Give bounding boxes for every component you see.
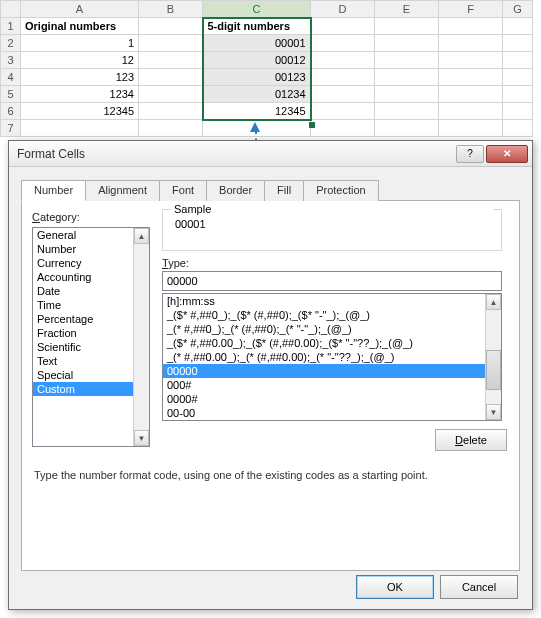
table-row[interactable]: 7 bbox=[1, 120, 533, 137]
tab-font[interactable]: Font bbox=[159, 180, 207, 201]
cell[interactable]: Original numbers bbox=[21, 18, 139, 35]
ok-button[interactable]: OK bbox=[356, 575, 434, 599]
help-icon: ? bbox=[467, 148, 473, 159]
sample-label: Sample bbox=[171, 203, 493, 215]
table-row[interactable]: 3 12 00012 bbox=[1, 52, 533, 69]
table-row[interactable]: 2 1 00001 bbox=[1, 35, 533, 52]
col-header-c[interactable]: C bbox=[203, 1, 311, 18]
format-scrollbar[interactable]: ▲ ▼ bbox=[485, 294, 501, 420]
col-header-a[interactable]: A bbox=[21, 1, 139, 18]
category-item-general[interactable]: General bbox=[33, 228, 149, 242]
category-item-custom[interactable]: Custom bbox=[33, 382, 149, 396]
scroll-down-icon[interactable]: ▼ bbox=[134, 430, 149, 446]
format-list[interactable]: [h]:mm:ss _($* #,##0_);_($* (#,##0);_($*… bbox=[162, 293, 502, 421]
scroll-thumb[interactable] bbox=[486, 350, 501, 390]
delete-button[interactable]: Delete bbox=[435, 429, 507, 451]
sample-value: 00001 bbox=[171, 218, 493, 230]
category-item-currency[interactable]: Currency bbox=[33, 256, 149, 270]
col-header-e[interactable]: E bbox=[375, 1, 439, 18]
tab-border[interactable]: Border bbox=[206, 180, 265, 201]
format-item[interactable]: 000# bbox=[163, 378, 501, 392]
row-header[interactable]: 1 bbox=[1, 18, 21, 35]
dialog-title: Format Cells bbox=[17, 147, 454, 161]
help-button[interactable]: ? bbox=[456, 145, 484, 163]
col-header-f[interactable]: F bbox=[439, 1, 503, 18]
cancel-button[interactable]: Cancel bbox=[440, 575, 518, 599]
col-header-g[interactable]: G bbox=[503, 1, 533, 18]
format-item[interactable]: 0000# bbox=[163, 392, 501, 406]
format-item-selected[interactable]: 00000 bbox=[163, 364, 501, 378]
col-header-b[interactable]: B bbox=[139, 1, 203, 18]
cell[interactable]: 00012 bbox=[203, 52, 311, 69]
col-header-d[interactable]: D bbox=[311, 1, 375, 18]
table-row[interactable]: 1 Original numbers 5-digit numbers bbox=[1, 18, 533, 35]
cell[interactable]: 5-digit numbers bbox=[203, 18, 311, 35]
fill-handle[interactable] bbox=[309, 122, 315, 128]
tab-protection[interactable]: Protection bbox=[303, 180, 379, 201]
cell[interactable]: 00123 bbox=[203, 69, 311, 86]
cell[interactable]: 01234 bbox=[203, 86, 311, 103]
sample-box: Sample 00001 bbox=[162, 209, 502, 251]
format-item[interactable]: 00-00 bbox=[163, 406, 501, 420]
scroll-down-icon[interactable]: ▼ bbox=[486, 404, 501, 420]
close-button[interactable]: ✕ bbox=[486, 145, 528, 163]
number-panel: Category: General Number Currency Accoun… bbox=[21, 201, 520, 571]
category-item-fraction[interactable]: Fraction bbox=[33, 326, 149, 340]
category-label: Category: bbox=[32, 211, 80, 223]
row-header[interactable]: 5 bbox=[1, 86, 21, 103]
format-item[interactable]: _($* #,##0.00_);_($* (#,##0.00);_($* "-"… bbox=[163, 336, 501, 350]
category-item-percentage[interactable]: Percentage bbox=[33, 312, 149, 326]
cell[interactable]: 00001 bbox=[203, 35, 311, 52]
row-header[interactable]: 4 bbox=[1, 69, 21, 86]
row-header[interactable]: 6 bbox=[1, 103, 21, 120]
table-row[interactable]: 5 1234 01234 bbox=[1, 86, 533, 103]
dialog-titlebar[interactable]: Format Cells ? ✕ bbox=[9, 141, 532, 167]
category-item-scientific[interactable]: Scientific bbox=[33, 340, 149, 354]
tab-alignment[interactable]: Alignment bbox=[85, 180, 160, 201]
category-item-text[interactable]: Text bbox=[33, 354, 149, 368]
dialog-tabs: Number Alignment Font Border Fill Protec… bbox=[21, 179, 520, 201]
scroll-up-icon[interactable]: ▲ bbox=[134, 228, 149, 244]
cell[interactable] bbox=[139, 18, 203, 35]
category-list[interactable]: General Number Currency Accounting Date … bbox=[32, 227, 150, 447]
row-header[interactable]: 3 bbox=[1, 52, 21, 69]
category-item-time[interactable]: Time bbox=[33, 298, 149, 312]
close-icon: ✕ bbox=[503, 148, 511, 159]
table-row[interactable]: 4 123 00123 bbox=[1, 69, 533, 86]
scroll-up-icon[interactable]: ▲ bbox=[486, 294, 501, 310]
category-item-accounting[interactable]: Accounting bbox=[33, 270, 149, 284]
type-label: Type: bbox=[162, 257, 189, 269]
format-item[interactable]: _($* #,##0_);_($* (#,##0);_($* "-"_);_(@… bbox=[163, 308, 501, 322]
table-row[interactable]: 6 12345 12345 bbox=[1, 103, 533, 120]
format-cells-dialog: Format Cells ? ✕ Number Alignment Font B… bbox=[8, 140, 533, 610]
row-header[interactable]: 2 bbox=[1, 35, 21, 52]
annotation-arrowhead bbox=[250, 122, 260, 132]
cell[interactable]: 12 bbox=[21, 52, 139, 69]
format-item[interactable]: [h]:mm:ss bbox=[163, 294, 501, 308]
format-item[interactable]: _(* #,##0_);_(* (#,##0);_(* "-"_);_(@_) bbox=[163, 322, 501, 336]
tab-number[interactable]: Number bbox=[21, 180, 86, 201]
category-item-special[interactable]: Special bbox=[33, 368, 149, 382]
format-item[interactable]: 00-# bbox=[163, 420, 501, 421]
cell[interactable]: 12345 bbox=[203, 103, 311, 120]
cell[interactable]: 123 bbox=[21, 69, 139, 86]
type-input[interactable] bbox=[162, 271, 502, 291]
spreadsheet-grid[interactable]: A B C D E F G 1 Original numbers 5-digit… bbox=[0, 0, 533, 137]
cell[interactable]: 1 bbox=[21, 35, 139, 52]
format-item[interactable]: _(* #,##0.00_);_(* (#,##0.00);_(* "-"??_… bbox=[163, 350, 501, 364]
tab-fill[interactable]: Fill bbox=[264, 180, 304, 201]
category-item-date[interactable]: Date bbox=[33, 284, 149, 298]
cell[interactable]: 1234 bbox=[21, 86, 139, 103]
cell[interactable]: 12345 bbox=[21, 103, 139, 120]
category-scrollbar[interactable]: ▲ ▼ bbox=[133, 228, 149, 446]
column-headers: A B C D E F G bbox=[1, 1, 533, 18]
category-item-number[interactable]: Number bbox=[33, 242, 149, 256]
dialog-buttons: OK Cancel bbox=[356, 575, 518, 599]
hint-text: Type the number format code, using one o… bbox=[34, 469, 428, 481]
